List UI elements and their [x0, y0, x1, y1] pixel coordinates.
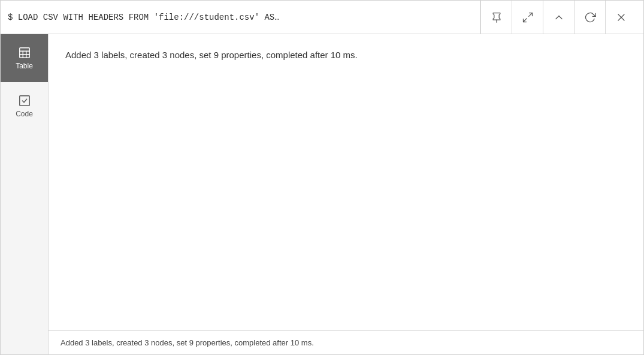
pin-button[interactable]	[480, 1, 512, 34]
title-bar-actions	[480, 1, 636, 34]
expand-button[interactable]	[512, 1, 543, 34]
status-text: Added 3 labels, created 3 nodes, set 9 p…	[61, 338, 314, 347]
pin-icon	[491, 11, 503, 23]
expand-icon	[522, 11, 534, 23]
svg-rect-10	[19, 96, 29, 106]
code-icon	[18, 94, 31, 107]
close-button[interactable]	[605, 1, 636, 34]
sidebar: Table Code	[1, 34, 49, 354]
svg-line-2	[523, 18, 527, 22]
refresh-icon	[584, 11, 596, 23]
status-bar: Added 3 labels, created 3 nodes, set 9 p…	[49, 330, 643, 354]
svg-line-1	[528, 13, 532, 16]
table-icon	[18, 46, 31, 59]
sidebar-item-table[interactable]: Table	[1, 34, 48, 82]
close-icon	[615, 11, 627, 23]
content-body: Added 3 labels, created 3 nodes, set 9 p…	[49, 34, 643, 330]
refresh-button[interactable]	[574, 1, 605, 34]
content-area: Added 3 labels, created 3 nodes, set 9 p…	[49, 34, 643, 354]
main-area: Table Code Added 3 labels, created 3 nod…	[1, 34, 643, 354]
sidebar-table-label: Table	[16, 62, 33, 70]
svg-rect-5	[19, 48, 29, 58]
collapse-button[interactable]	[543, 1, 574, 34]
collapse-icon	[553, 11, 565, 23]
query-text: $ LOAD CSV WITH HEADERS FROM 'file:///st…	[8, 13, 480, 22]
sidebar-code-label: Code	[16, 110, 33, 118]
app-window: $ LOAD CSV WITH HEADERS FROM 'file:///st…	[0, 0, 644, 355]
result-message: Added 3 labels, created 3 nodes, set 9 p…	[65, 50, 358, 60]
sidebar-item-code[interactable]: Code	[1, 82, 48, 130]
title-bar: $ LOAD CSV WITH HEADERS FROM 'file:///st…	[1, 1, 643, 34]
